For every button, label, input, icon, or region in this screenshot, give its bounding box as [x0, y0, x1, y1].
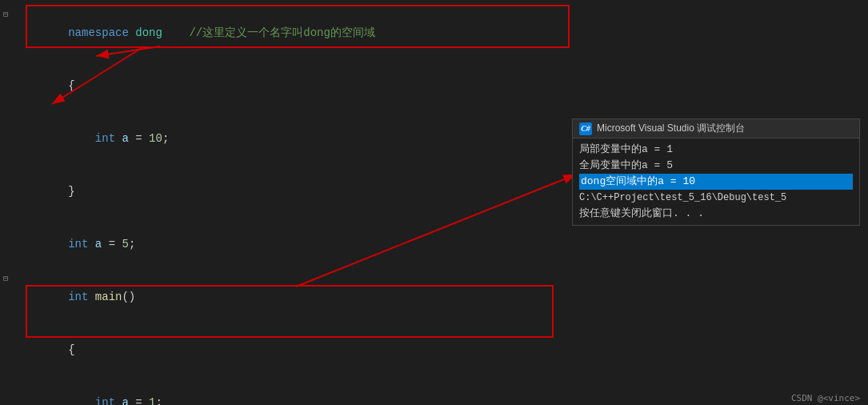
status-text: CSDN @<vince> — [791, 393, 860, 403]
line-content-8: int a = 1; — [11, 376, 868, 405]
console-line-2: 全局变量中的a = 5 — [579, 158, 853, 174]
console-line-path: C:\C++Project\test_5_16\Debug\test_5 — [579, 190, 853, 206]
ns-dong: dong — [135, 26, 162, 39]
console-title-bar: C# Microsoft Visual Studio 调试控制台 — [573, 119, 859, 138]
line-content-1: namespace dong //这里定义一个名字叫dong的空间域 — [11, 6, 868, 59]
line-content-7: { — [11, 323, 868, 376]
comment-1: //这里定义一个名字叫dong的空间域 — [189, 26, 374, 39]
console-line-hint: 按任意键关闭此窗口. . . — [579, 206, 853, 222]
console-line-1: 局部变量中的a = 1 — [579, 142, 853, 158]
collapse-1[interactable]: ⊟ — [0, 6, 11, 24]
console-title: Microsoft Visual Studio 调试控制台 — [597, 122, 745, 135]
line-content-2: { — [11, 59, 868, 112]
line-8: int a = 1; — [0, 376, 868, 405]
line-6: ⊟ int main() — [0, 271, 868, 323]
kw-namespace: namespace — [68, 26, 129, 39]
line-7: { — [0, 323, 868, 376]
line-1: ⊟ namespace dong //这里定义一个名字叫dong的空间域 — [0, 6, 868, 59]
collapse-6[interactable]: ⊟ — [0, 271, 11, 288]
line-2: { — [0, 59, 868, 112]
console-content: 局部变量中的a = 1 全局变量中的a = 5 dong空间域中的a = 10 … — [573, 138, 859, 225]
console-panel: C# Microsoft Visual Studio 调试控制台 局部变量中的a… — [572, 118, 860, 226]
status-bar: CSDN @<vince> — [783, 391, 868, 405]
vs-icon: C# — [579, 122, 592, 135]
code-editor: ⊟ namespace dong //这里定义一个名字叫dong的空间域 { i… — [0, 0, 868, 405]
console-line-3-highlight: dong空间域中的a = 10 — [579, 174, 853, 190]
line-content-6: int main() — [11, 271, 868, 323]
